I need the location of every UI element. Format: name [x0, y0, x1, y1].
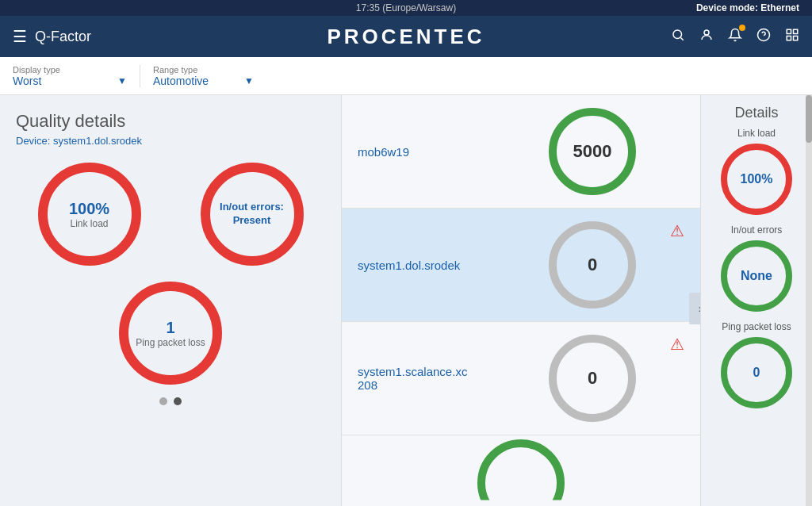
- scrollbar-thumb[interactable]: [806, 95, 812, 143]
- warning-icon-scalance: ⚠: [670, 335, 684, 354]
- grid-icon[interactable]: [785, 28, 799, 46]
- top-bar: 17:35 (Europe/Warsaw) Device mode: Ether…: [0, 0, 812, 16]
- device-row-scalance[interactable]: system1.scalance.xc208 0 ⚠: [342, 322, 700, 435]
- bell-badge: [739, 25, 745, 31]
- device-name-scalance: system1.scalance.xc208: [358, 365, 500, 392]
- detail-link-load-gauge: 100%: [721, 144, 792, 215]
- range-type-select[interactable]: Automotive ▼: [153, 75, 254, 87]
- detail-ping-loss: Ping packet loss 0: [710, 321, 802, 408]
- ping-loss-gauge: 1 Ping packet loss: [119, 282, 222, 385]
- ping-loss-value: 1: [166, 319, 174, 337]
- detail-inout-errors-label: In/out errors: [710, 224, 802, 236]
- svg-rect-5: [787, 29, 791, 33]
- device-row-mob6w19[interactable]: mob6w19 5000: [342, 95, 700, 209]
- dot-2[interactable]: [174, 397, 182, 405]
- link-load-gauge: 100% Link load: [38, 163, 141, 266]
- detail-link-load-label: Link load: [710, 128, 802, 139]
- details-title: Details: [710, 105, 802, 121]
- device-row-partial: [342, 435, 700, 506]
- detail-ping-loss-label: Ping packet loss: [710, 321, 802, 332]
- help-icon[interactable]: [756, 28, 771, 46]
- search-icon[interactable]: [671, 28, 685, 46]
- left-panel: Quality details Device: system1.dol.srod…: [0, 95, 341, 506]
- system1-dol-gauge: 0: [549, 221, 636, 309]
- device-row-system1-dol[interactable]: system1.dol.srodek 0 ⚠: [342, 209, 700, 322]
- quality-details-title: Quality details: [16, 111, 325, 132]
- svg-line-1: [680, 37, 683, 40]
- nav-bar: ☰ Q-Factor PROCENTEC: [0, 16, 812, 57]
- filter-bar: Display type Worst ▼ Range type Automoti…: [0, 57, 812, 95]
- app-title: Q-Factor: [35, 29, 91, 45]
- display-type-select[interactable]: Worst ▼: [13, 75, 127, 87]
- link-load-container: 100% Link load: [16, 163, 163, 266]
- scroll-right-arrow[interactable]: ›: [689, 293, 701, 324]
- hamburger-icon[interactable]: ☰: [13, 27, 27, 46]
- right-panel: Details Link load 100% In/out errors Non…: [701, 95, 812, 506]
- inout-errors-gauge: In/out errors:Present: [201, 163, 304, 266]
- user-icon[interactable]: [699, 28, 714, 46]
- svg-rect-7: [787, 36, 791, 40]
- device-name-system1-dol: system1.dol.srodek: [358, 259, 500, 272]
- inout-errors-container: In/out errors:Present: [178, 163, 325, 266]
- ping-loss-label: Ping packet loss: [132, 337, 208, 348]
- pagination-dots: [16, 397, 325, 405]
- display-type-label: Display type: [13, 65, 127, 75]
- svg-point-0: [673, 30, 682, 39]
- detail-inout-errors: In/out errors None: [710, 224, 802, 312]
- warning-icon-system1-dol: ⚠: [670, 221, 684, 240]
- svg-rect-8: [794, 36, 798, 40]
- selected-device-name: Device: system1.dol.srodek: [16, 135, 325, 147]
- svg-rect-6: [794, 29, 798, 33]
- range-type-arrow: ▼: [244, 75, 254, 86]
- display-type-value: Worst: [13, 75, 41, 87]
- detail-inout-errors-gauge: None: [721, 240, 792, 312]
- scalance-gauge: 0: [549, 335, 636, 422]
- middle-panel: mob6w19 5000 system1.dol.srodek 0 ⚠ syst…: [341, 95, 701, 506]
- range-type-label: Range type: [153, 65, 254, 75]
- partial-gauge: [477, 439, 565, 507]
- display-type-arrow: ▼: [117, 75, 127, 86]
- mob6w19-gauge: 5000: [549, 108, 636, 195]
- logo: PROCENTEC: [327, 25, 485, 49]
- detail-link-load: Link load 100%: [710, 128, 802, 215]
- dot-1[interactable]: [159, 397, 167, 405]
- detail-ping-loss-gauge: 0: [721, 337, 792, 408]
- device-name-mob6w19: mob6w19: [358, 145, 500, 159]
- system1-dol-gauge-wrap: 0: [500, 221, 684, 309]
- device-mode: Device mode: Ethernet: [696, 2, 799, 13]
- time-display: 17:35 (Europe/Warsaw): [356, 2, 456, 13]
- nav-icons: [671, 28, 799, 46]
- link-load-value: 100%: [69, 200, 109, 218]
- bell-icon[interactable]: [728, 28, 742, 46]
- mob6w19-gauge-wrap: 5000: [500, 108, 684, 195]
- gauges-grid: 100% Link load In/out errors:Present: [16, 163, 325, 266]
- ping-loss-row: 1 Ping packet loss: [16, 282, 325, 385]
- scalance-gauge-wrap: 0: [500, 335, 684, 422]
- link-load-label: Link load: [67, 218, 111, 229]
- range-type-filter: Range type Automotive ▼: [140, 65, 266, 87]
- svg-point-2: [704, 30, 709, 35]
- inout-errors-label: In/out errors:Present: [216, 201, 287, 228]
- range-type-value: Automotive: [153, 75, 209, 87]
- display-type-filter: Display type Worst ▼: [13, 65, 140, 87]
- partial-gauge-wrap: [358, 439, 684, 507]
- scrollbar-track: [806, 95, 812, 506]
- main-content: Quality details Device: system1.dol.srod…: [0, 95, 812, 506]
